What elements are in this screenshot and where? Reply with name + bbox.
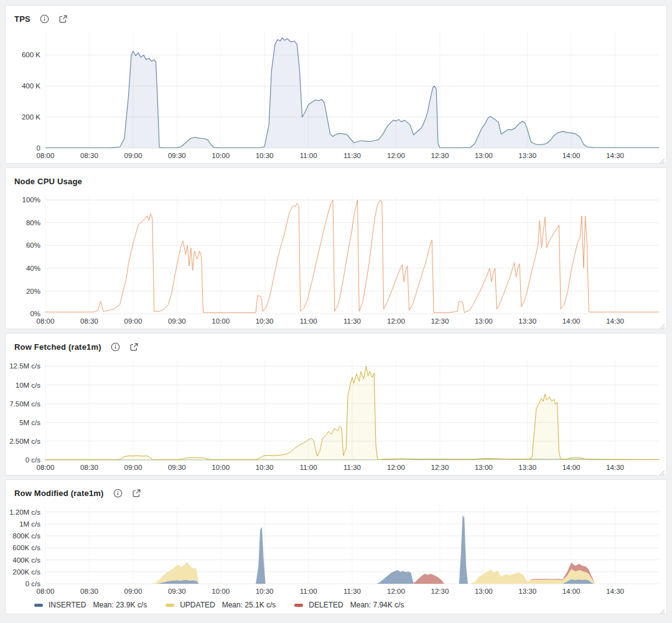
svg-text:10:00: 10:00: [212, 464, 230, 471]
svg-text:10:30: 10:30: [256, 464, 274, 471]
svg-text:09:00: 09:00: [124, 464, 142, 471]
svg-text:600K c/s: 600K c/s: [12, 544, 40, 551]
resize-handle-icon[interactable]: [659, 606, 665, 612]
svg-text:400 K: 400 K: [22, 82, 40, 90]
svg-text:14:00: 14:00: [562, 464, 581, 471]
external-link-icon[interactable]: [129, 342, 139, 352]
svg-text:10M c/s: 10M c/s: [16, 382, 41, 389]
svg-text:200K c/s: 200K c/s: [12, 568, 40, 576]
external-link-icon[interactable]: [132, 489, 141, 498]
resize-handle-icon[interactable]: [659, 156, 665, 162]
svg-text:09:30: 09:30: [168, 152, 186, 159]
svg-text:14:00: 14:00: [562, 588, 581, 595]
svg-text:09:00: 09:00: [124, 152, 142, 159]
svg-text:200 K: 200 K: [22, 113, 40, 121]
svg-text:800K c/s: 800K c/s: [12, 532, 40, 540]
svg-text:09:00: 09:00: [124, 317, 142, 325]
updated-swatch-icon: [166, 604, 174, 607]
legend-label: INSERTED: [49, 601, 86, 609]
panel-tps: TPS 08:0008:3009:0009:3010:0010:3011:001…: [5, 5, 667, 164]
svg-text:08:30: 08:30: [80, 588, 98, 595]
svg-text:13:30: 13:30: [518, 152, 536, 159]
svg-text:11:00: 11:00: [300, 588, 317, 595]
panel-row-fetched: Row Fetched (rate1m) 08:0008:3009:0009:3…: [5, 333, 667, 475]
svg-text:13:00: 13:00: [475, 588, 493, 595]
legend-item-inserted[interactable]: INSERTED Mean: 23.9K c/s: [34, 601, 147, 609]
svg-text:14:00: 14:00: [562, 152, 581, 159]
deleted-swatch-icon: [294, 604, 303, 607]
svg-text:12:00: 12:00: [387, 317, 405, 325]
svg-text:09:30: 09:30: [168, 588, 186, 595]
panel-header: TPS: [6, 6, 666, 27]
svg-text:08:00: 08:00: [37, 317, 55, 325]
svg-text:08:00: 08:00: [37, 152, 55, 159]
svg-text:12:30: 12:30: [431, 152, 449, 159]
svg-text:08:00: 08:00: [37, 464, 55, 471]
panel-header: Node CPU Usage: [6, 168, 666, 189]
legend-label: UPDATED: [180, 601, 215, 609]
svg-text:0 c/s: 0 c/s: [26, 580, 41, 588]
svg-text:40%: 40%: [26, 265, 40, 272]
panel-title: TPS: [14, 14, 30, 24]
svg-text:400K c/s: 400K c/s: [12, 556, 40, 564]
svg-text:12.5M c/s: 12.5M c/s: [9, 362, 40, 370]
node-cpu-usage-chart[interactable]: 08:0008:3009:0009:3010:0010:3011:0011:30…: [6, 189, 666, 329]
panel-title: Row Modified (rate1m): [14, 489, 104, 498]
svg-text:13:00: 13:00: [475, 152, 493, 159]
panel-header: Row Fetched (rate1m): [6, 334, 666, 355]
svg-text:5M c/s: 5M c/s: [19, 419, 40, 426]
svg-text:2.50M c/s: 2.50M c/s: [9, 438, 40, 445]
svg-text:13:00: 13:00: [475, 317, 493, 325]
info-icon[interactable]: [111, 342, 120, 352]
svg-text:11:00: 11:00: [300, 464, 317, 471]
svg-text:11:30: 11:30: [343, 317, 361, 325]
panel-title: Node CPU Usage: [14, 177, 82, 186]
svg-text:11:00: 11:00: [300, 317, 317, 325]
tps-chart[interactable]: 08:0008:3009:0009:3010:0010:3011:0011:30…: [6, 27, 666, 163]
svg-text:08:30: 08:30: [80, 464, 98, 471]
svg-text:600 K: 600 K: [22, 51, 40, 59]
svg-text:11:30: 11:30: [343, 464, 361, 471]
svg-text:14:30: 14:30: [606, 317, 624, 325]
legend-mean: Mean: 23.9K c/s: [93, 601, 147, 609]
svg-text:14:00: 14:00: [562, 317, 581, 325]
svg-text:13:30: 13:30: [518, 588, 536, 595]
svg-text:12:00: 12:00: [387, 588, 405, 595]
svg-text:12:00: 12:00: [387, 152, 405, 159]
resize-handle-icon[interactable]: [659, 321, 665, 327]
svg-text:12:00: 12:00: [387, 464, 405, 471]
row-fetched-chart[interactable]: 08:0008:3009:0009:3010:0010:3011:0011:30…: [6, 355, 666, 475]
svg-text:10:00: 10:00: [212, 317, 230, 325]
svg-text:08:30: 08:30: [80, 152, 98, 159]
svg-text:11:30: 11:30: [343, 152, 361, 159]
svg-text:13:00: 13:00: [475, 464, 493, 471]
legend-item-updated[interactable]: UPDATED Mean: 25.1K c/s: [166, 601, 276, 609]
panel-header: Row Modified (rate1m): [6, 480, 666, 501]
svg-text:13:30: 13:30: [518, 317, 536, 325]
svg-text:14:30: 14:30: [606, 588, 624, 595]
legend-label: DELETED: [309, 601, 343, 609]
info-icon[interactable]: [113, 489, 123, 498]
svg-text:14:30: 14:30: [606, 464, 624, 471]
external-link-icon[interactable]: [58, 14, 68, 24]
svg-text:10:30: 10:30: [256, 588, 274, 595]
info-icon[interactable]: [40, 14, 49, 24]
svg-text:10:30: 10:30: [256, 152, 274, 159]
row-modified-chart[interactable]: 08:0008:3009:0009:3010:0010:3011:0011:30…: [6, 501, 666, 599]
resize-handle-icon[interactable]: [659, 467, 665, 474]
panel-row-modified: Row Modified (rate1m) 08:0008:3009:0009:…: [5, 479, 667, 614]
legend-item-deleted[interactable]: DELETED Mean: 7.94K c/s: [294, 601, 404, 609]
svg-text:60%: 60%: [26, 241, 40, 249]
panel-title: Row Fetched (rate1m): [14, 342, 101, 352]
svg-text:12:30: 12:30: [431, 588, 449, 595]
svg-text:1.20M c/s: 1.20M c/s: [9, 508, 40, 516]
svg-text:11:00: 11:00: [300, 152, 317, 159]
svg-text:7.50M c/s: 7.50M c/s: [9, 400, 40, 408]
panel-node-cpu-usage: Node CPU Usage 08:0008:3009:0009:3010:00…: [5, 167, 667, 329]
svg-text:0 c/s: 0 c/s: [26, 456, 41, 464]
svg-text:08:00: 08:00: [37, 588, 55, 595]
chart-legend: INSERTED Mean: 23.9K c/s UPDATED Mean: 2…: [6, 599, 666, 614]
legend-mean: Mean: 7.94K c/s: [350, 601, 404, 609]
inserted-swatch-icon: [34, 604, 43, 607]
svg-text:20%: 20%: [26, 288, 40, 295]
